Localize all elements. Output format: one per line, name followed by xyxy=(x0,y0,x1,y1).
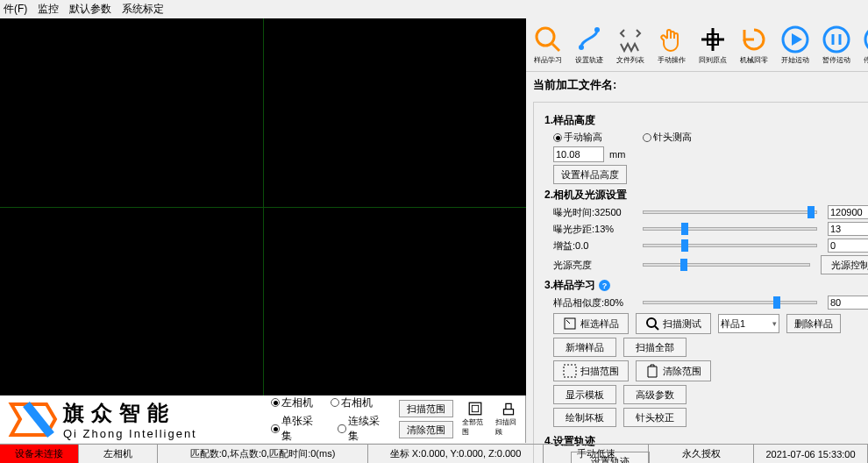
status-camera: 左相机 xyxy=(79,445,158,463)
current-file-label: 当前加工文件名: xyxy=(526,72,868,98)
menubar: 件(F) 监控 默认参数 系统标定 xyxy=(0,0,868,18)
svg-point-8 xyxy=(824,27,849,52)
status-speed: 手动低速 xyxy=(544,445,649,463)
svg-point-9 xyxy=(865,27,869,52)
camera-viewport[interactable] xyxy=(0,18,526,395)
status-auth: 永久授权 xyxy=(649,445,754,463)
height-unit: mm xyxy=(609,149,625,160)
svg-point-3 xyxy=(537,28,554,46)
needle-calib-button[interactable]: 针头校正 xyxy=(623,408,687,427)
height-input[interactable] xyxy=(553,146,604,162)
tool-stop-run[interactable]: 停止运动 xyxy=(857,20,868,69)
tool-start-run[interactable]: 开始运动 xyxy=(775,20,815,69)
svg-point-12 xyxy=(647,318,656,327)
scan-range-button[interactable]: 扫描范围 xyxy=(399,400,453,417)
panel-steps: 1.样品高度 手动输高 针头测高 mm 设置样品高度 2.相机及光源设置 曝光时… xyxy=(533,102,868,463)
scan-range-button-2[interactable]: 扫描范围 xyxy=(553,360,629,381)
status-connection: 设备未连接 xyxy=(0,445,79,463)
step2-title: 2.相机及光源设置 xyxy=(544,188,868,203)
svg-rect-13 xyxy=(564,365,576,377)
gain-value[interactable] xyxy=(828,239,868,253)
menu-file[interactable]: 件(F) xyxy=(4,2,27,17)
similarity-slider[interactable] xyxy=(643,301,817,304)
svg-rect-2 xyxy=(503,410,513,415)
tool-pause-run[interactable]: 暂停运动 xyxy=(816,20,856,69)
radio-needle-height[interactable]: 针头测高 xyxy=(643,131,692,144)
exposure-time-label: 曝光时间:32500 xyxy=(553,206,632,219)
exposure-time-slider[interactable] xyxy=(643,210,817,214)
radio-cam-left[interactable]: 左相机 xyxy=(271,395,313,410)
tool-manual-op[interactable]: 手动操作 xyxy=(651,20,691,69)
light-slider[interactable] xyxy=(643,263,810,267)
exposure-step-slider[interactable] xyxy=(643,227,817,231)
similarity-label: 样品相似度:80% xyxy=(553,296,632,310)
radio-single-capture[interactable]: 单张采集 xyxy=(271,414,320,444)
similarity-value[interactable] xyxy=(828,296,868,310)
delete-sample-button[interactable]: 删除样品 xyxy=(786,314,841,333)
exposure-time-value[interactable] xyxy=(828,205,868,219)
radio-manual-height[interactable]: 手动输高 xyxy=(553,131,602,144)
draw-bad-button[interactable]: 绘制坏板 xyxy=(553,408,616,427)
select-sample-button[interactable]: 框选样品 xyxy=(553,313,629,334)
tool-set-track[interactable]: 设置轨迹 xyxy=(569,20,608,69)
tool-file-list[interactable]: 文件列表 xyxy=(610,20,650,69)
svg-rect-1 xyxy=(472,405,478,411)
clear-range-button-2[interactable]: 清除范围 xyxy=(636,360,711,381)
step3-title: 3.样品学习? xyxy=(544,278,868,293)
tool-sample-learn[interactable]: 样品学习 xyxy=(528,20,567,69)
gain-slider[interactable] xyxy=(643,244,817,247)
statusbar: 设备未连接 左相机 匹配数:0,坏点数:0,匹配时间:0(ms) 坐标 X:0.… xyxy=(0,444,868,463)
logo-en: Qi Zhong Intelligent xyxy=(63,427,197,440)
svg-point-5 xyxy=(594,27,600,32)
tool-back-origin[interactable]: 回到原点 xyxy=(693,20,732,69)
status-match: 匹配数:0,坏点数:0,匹配时间:0(ms) xyxy=(158,445,368,463)
show-template-button[interactable]: 显示模板 xyxy=(553,385,616,404)
svg-point-4 xyxy=(579,45,584,50)
exposure-step-value[interactable] xyxy=(828,222,868,236)
light-control-button[interactable]: 光源控制 xyxy=(821,255,868,274)
light-label: 光源亮度 xyxy=(553,259,632,272)
logo: 旗众智能 Qi Zhong Intelligent xyxy=(0,397,264,441)
svg-rect-0 xyxy=(469,402,481,415)
new-sample-button[interactable]: 新增样品 xyxy=(553,338,616,357)
clear-range-button[interactable]: 清除范围 xyxy=(399,421,453,438)
menu-monitor[interactable]: 监控 xyxy=(38,2,59,17)
set-height-button[interactable]: 设置样品高度 xyxy=(553,165,627,184)
menu-defaults[interactable]: 默认参数 xyxy=(69,2,111,17)
radio-cam-right[interactable]: 右相机 xyxy=(331,395,373,410)
scan-test-button[interactable]: 扫描测试 xyxy=(636,313,711,334)
toolbar: 样品学习设置轨迹文件列表手动操作回到原点机械回零开始运动暂停运动停止运动 xyxy=(526,18,868,72)
full-range-icon[interactable]: 全部范围 xyxy=(462,402,488,437)
sample-combo[interactable]: 样品1 xyxy=(718,314,779,333)
status-coord: 坐标 X:0.000, Y:0.000, Z:0.000 xyxy=(368,445,544,463)
step1-title: 1.样品高度 xyxy=(544,113,868,128)
help-icon[interactable]: ? xyxy=(599,280,610,291)
logo-cn: 旗众智能 xyxy=(63,399,197,427)
crosshair-v xyxy=(263,18,264,395)
gain-label: 增益:0.0 xyxy=(553,239,632,253)
exposure-step-label: 曝光步距:13% xyxy=(553,223,632,236)
tool-machine-zero[interactable]: 机械回零 xyxy=(734,20,773,69)
scan-all-button[interactable]: 扫描全部 xyxy=(623,338,687,357)
menu-sys-calib[interactable]: 系统标定 xyxy=(122,2,164,17)
adv-param-button[interactable]: 高级参数 xyxy=(623,385,687,404)
radio-cont-capture[interactable]: 连续采集 xyxy=(338,414,387,444)
scan-frame-icon[interactable]: 扫描回顾 xyxy=(495,402,522,437)
status-time: 2021-07-06 15:33:00 xyxy=(754,445,868,463)
